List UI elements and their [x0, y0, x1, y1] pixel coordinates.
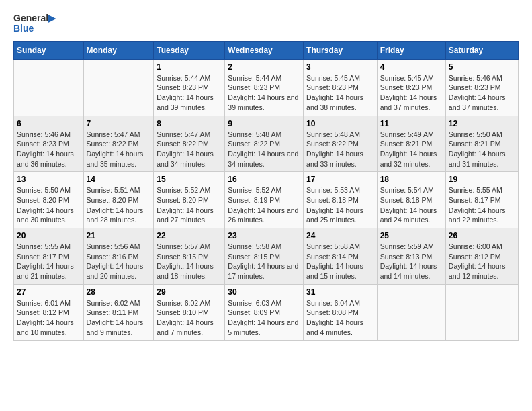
calendar-cell: 8 Sunrise: 5:47 AMSunset: 8:22 PMDayligh…	[154, 116, 225, 172]
day-info: Sunrise: 5:57 AMSunset: 8:15 PMDaylight:…	[157, 242, 214, 280]
day-number: 4	[380, 62, 443, 72]
day-number: 22	[157, 231, 222, 240]
day-number: 23	[228, 231, 300, 240]
logo: General▶ Blue	[13, 13, 56, 34]
calendar-week-row: 1 Sunrise: 5:44 AMSunset: 8:23 PMDayligh…	[14, 59, 519, 116]
day-info: Sunrise: 5:55 AMSunset: 8:17 PMDaylight:…	[449, 186, 506, 224]
day-number: 19	[449, 175, 515, 184]
calendar-cell: 9 Sunrise: 5:48 AMSunset: 8:22 PMDayligh…	[225, 116, 304, 172]
day-info: Sunrise: 5:48 AMSunset: 8:22 PMDaylight:…	[228, 130, 298, 168]
logo-text: General▶ Blue	[13, 13, 56, 34]
calendar-cell: 2 Sunrise: 5:44 AMSunset: 8:23 PMDayligh…	[225, 59, 304, 116]
calendar-cell: 1 Sunrise: 5:44 AMSunset: 8:23 PMDayligh…	[154, 59, 225, 116]
calendar-cell	[377, 284, 445, 340]
calendar-cell: 30 Sunrise: 6:03 AMSunset: 8:09 PMDaylig…	[225, 284, 304, 340]
day-info: Sunrise: 5:44 AMSunset: 8:23 PMDaylight:…	[157, 74, 214, 111]
day-info: Sunrise: 6:02 AMSunset: 8:10 PMDaylight:…	[157, 299, 214, 336]
logo-blue: Blue	[13, 24, 56, 34]
day-number: 29	[157, 287, 222, 297]
calendar-week-row: 13 Sunrise: 5:50 AMSunset: 8:20 PMDaylig…	[14, 172, 519, 228]
day-number: 17	[306, 175, 374, 184]
day-number: 2	[228, 62, 300, 72]
day-info: Sunrise: 6:02 AMSunset: 8:11 PMDaylight:…	[87, 299, 144, 336]
day-info: Sunrise: 5:44 AMSunset: 8:23 PMDaylight:…	[228, 74, 298, 111]
day-info: Sunrise: 5:52 AMSunset: 8:19 PMDaylight:…	[228, 186, 298, 224]
header: General▶ Blue	[13, 13, 519, 34]
day-number: 27	[17, 287, 81, 297]
calendar-cell: 22 Sunrise: 5:57 AMSunset: 8:15 PMDaylig…	[154, 228, 225, 285]
day-number: 8	[157, 119, 222, 128]
day-number: 7	[87, 119, 151, 128]
day-info: Sunrise: 5:50 AMSunset: 8:20 PMDaylight:…	[17, 186, 74, 224]
day-info: Sunrise: 5:47 AMSunset: 8:22 PMDaylight:…	[157, 130, 214, 168]
calendar-cell: 13 Sunrise: 5:50 AMSunset: 8:20 PMDaylig…	[14, 172, 84, 228]
day-number: 16	[228, 175, 300, 184]
calendar-cell: 10 Sunrise: 5:48 AMSunset: 8:22 PMDaylig…	[304, 116, 378, 172]
day-info: Sunrise: 6:03 AMSunset: 8:09 PMDaylight:…	[228, 299, 298, 336]
day-info: Sunrise: 5:45 AMSunset: 8:23 PMDaylight:…	[380, 74, 437, 111]
calendar-cell: 25 Sunrise: 5:59 AMSunset: 8:13 PMDaylig…	[377, 228, 445, 285]
calendar-cell: 29 Sunrise: 6:02 AMSunset: 8:10 PMDaylig…	[154, 284, 225, 340]
day-number: 31	[306, 287, 374, 297]
calendar-cell: 18 Sunrise: 5:54 AMSunset: 8:18 PMDaylig…	[377, 172, 445, 228]
day-info: Sunrise: 5:50 AMSunset: 8:21 PMDaylight:…	[449, 130, 506, 168]
day-number: 30	[228, 287, 300, 297]
calendar-cell: 31 Sunrise: 6:04 AMSunset: 8:08 PMDaylig…	[304, 284, 378, 340]
calendar-week-row: 6 Sunrise: 5:46 AMSunset: 8:23 PMDayligh…	[14, 116, 519, 172]
day-info: Sunrise: 5:52 AMSunset: 8:20 PMDaylight:…	[157, 186, 214, 224]
day-number: 20	[17, 231, 81, 240]
day-info: Sunrise: 6:01 AMSunset: 8:12 PMDaylight:…	[17, 299, 74, 336]
day-number: 3	[306, 62, 374, 72]
day-number: 15	[157, 175, 222, 184]
calendar-cell: 19 Sunrise: 5:55 AMSunset: 8:17 PMDaylig…	[445, 172, 518, 228]
calendar-cell: 12 Sunrise: 5:50 AMSunset: 8:21 PMDaylig…	[445, 116, 518, 172]
calendar-week-row: 20 Sunrise: 5:55 AMSunset: 8:17 PMDaylig…	[14, 228, 519, 285]
calendar-cell: 21 Sunrise: 5:56 AMSunset: 8:16 PMDaylig…	[83, 228, 154, 285]
calendar-cell: 11 Sunrise: 5:49 AMSunset: 8:21 PMDaylig…	[377, 116, 445, 172]
day-info: Sunrise: 5:47 AMSunset: 8:22 PMDaylight:…	[87, 130, 144, 168]
day-info: Sunrise: 5:45 AMSunset: 8:23 PMDaylight:…	[306, 74, 363, 111]
calendar-cell: 5 Sunrise: 5:46 AMSunset: 8:23 PMDayligh…	[445, 59, 518, 116]
day-info: Sunrise: 5:58 AMSunset: 8:14 PMDaylight:…	[306, 242, 363, 280]
day-number: 12	[449, 119, 515, 128]
day-info: Sunrise: 5:46 AMSunset: 8:23 PMDaylight:…	[449, 74, 506, 111]
day-info: Sunrise: 5:58 AMSunset: 8:15 PMDaylight:…	[228, 242, 298, 280]
calendar-cell: 17 Sunrise: 5:53 AMSunset: 8:18 PMDaylig…	[304, 172, 378, 228]
day-info: Sunrise: 5:56 AMSunset: 8:16 PMDaylight:…	[87, 242, 144, 280]
header-day: Friday	[377, 41, 445, 59]
day-info: Sunrise: 6:04 AMSunset: 8:08 PMDaylight:…	[306, 299, 363, 336]
calendar-cell: 27 Sunrise: 6:01 AMSunset: 8:12 PMDaylig…	[14, 284, 84, 340]
calendar-week-row: 27 Sunrise: 6:01 AMSunset: 8:12 PMDaylig…	[14, 284, 519, 340]
day-number: 6	[17, 119, 81, 128]
day-info: Sunrise: 5:54 AMSunset: 8:18 PMDaylight:…	[380, 186, 437, 224]
logo-general: General▶	[13, 13, 56, 24]
day-info: Sunrise: 5:48 AMSunset: 8:22 PMDaylight:…	[306, 130, 363, 168]
calendar-cell: 14 Sunrise: 5:51 AMSunset: 8:20 PMDaylig…	[83, 172, 154, 228]
day-number: 25	[380, 231, 443, 240]
calendar-cell: 16 Sunrise: 5:52 AMSunset: 8:19 PMDaylig…	[225, 172, 304, 228]
day-number: 10	[306, 119, 374, 128]
calendar-cell: 15 Sunrise: 5:52 AMSunset: 8:20 PMDaylig…	[154, 172, 225, 228]
day-info: Sunrise: 5:51 AMSunset: 8:20 PMDaylight:…	[87, 186, 144, 224]
calendar-body: 1 Sunrise: 5:44 AMSunset: 8:23 PMDayligh…	[14, 59, 519, 340]
calendar-cell: 7 Sunrise: 5:47 AMSunset: 8:22 PMDayligh…	[83, 116, 154, 172]
day-info: Sunrise: 5:53 AMSunset: 8:18 PMDaylight:…	[306, 186, 363, 224]
calendar-cell: 6 Sunrise: 5:46 AMSunset: 8:23 PMDayligh…	[14, 116, 84, 172]
header-day: Thursday	[304, 41, 378, 59]
calendar-cell	[14, 59, 84, 116]
day-info: Sunrise: 5:46 AMSunset: 8:23 PMDaylight:…	[17, 130, 74, 168]
day-number: 24	[306, 231, 374, 240]
header-row: SundayMondayTuesdayWednesdayThursdayFrid…	[14, 41, 519, 59]
day-info: Sunrise: 5:59 AMSunset: 8:13 PMDaylight:…	[380, 242, 437, 280]
calendar-cell: 28 Sunrise: 6:02 AMSunset: 8:11 PMDaylig…	[83, 284, 154, 340]
header-day: Sunday	[14, 41, 84, 59]
calendar-cell: 3 Sunrise: 5:45 AMSunset: 8:23 PMDayligh…	[304, 59, 378, 116]
day-number: 26	[449, 231, 515, 240]
calendar-cell: 4 Sunrise: 5:45 AMSunset: 8:23 PMDayligh…	[377, 59, 445, 116]
calendar-cell	[83, 59, 154, 116]
day-number: 5	[449, 62, 515, 72]
calendar-cell	[445, 284, 518, 340]
header-day: Tuesday	[154, 41, 225, 59]
calendar-table: SundayMondayTuesdayWednesdayThursdayFrid…	[13, 41, 519, 341]
calendar-cell: 23 Sunrise: 5:58 AMSunset: 8:15 PMDaylig…	[225, 228, 304, 285]
